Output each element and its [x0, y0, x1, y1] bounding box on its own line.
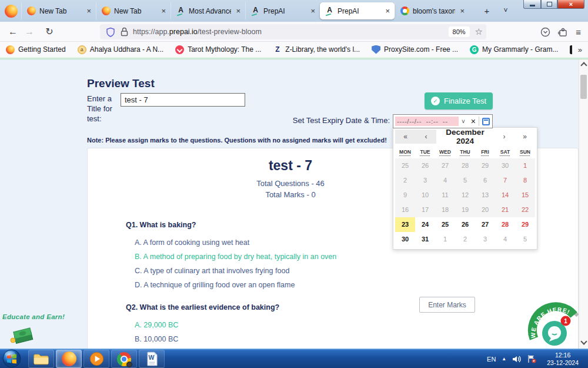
- calendar-day[interactable]: 22: [515, 203, 535, 217]
- test-title-input[interactable]: [121, 93, 245, 107]
- calendar-day[interactable]: 2: [395, 173, 415, 188]
- back-icon[interactable]: ←: [5, 26, 21, 37]
- calendar-day[interactable]: 25: [395, 158, 415, 173]
- calendar-day[interactable]: 20: [475, 203, 495, 217]
- calendar-day[interactable]: 15: [515, 188, 535, 203]
- calendar-day[interactable]: 27: [435, 158, 455, 173]
- enter-marks-button[interactable]: Enter Marks: [419, 297, 475, 313]
- calendar-day[interactable]: 29: [475, 158, 495, 173]
- expiry-date-input[interactable]: ----/--/-- --:-- -- ˅ ×: [393, 114, 493, 128]
- calendar-day[interactable]: 7: [495, 173, 515, 188]
- open-calendar-button[interactable]: [479, 115, 492, 128]
- question-option[interactable]: B. A method of preparing food by dry hea…: [126, 250, 507, 264]
- language-indicator[interactable]: EN: [487, 356, 496, 363]
- bookmark-item[interactable]: Tarot Mythology: The ...: [175, 45, 261, 54]
- url-bar[interactable]: https://app.prepai.io/test-preview-bloom…: [100, 24, 486, 39]
- calendar-day[interactable]: 4: [495, 232, 515, 247]
- tab-list-dropdown-icon[interactable]: ˅: [499, 2, 513, 19]
- calendar-day[interactable]: 8: [515, 173, 535, 188]
- bookmark-item[interactable]: aAhalya Uddhara - A N...: [78, 45, 163, 54]
- calendar-day[interactable]: 26: [415, 158, 435, 173]
- page-scrollbar[interactable]: [579, 59, 588, 349]
- calendar-day[interactable]: 4: [435, 173, 455, 188]
- question-option[interactable]: C. 5,000 BC: [126, 346, 507, 349]
- taskbar-media-player-button[interactable]: [83, 350, 109, 368]
- calendar-day[interactable]: 31: [415, 232, 435, 247]
- date-placeholder[interactable]: ----/--/-- --:-- --: [395, 117, 459, 126]
- tab-close-icon[interactable]: ×: [85, 6, 92, 15]
- minimize-button[interactable]: [523, 0, 541, 9]
- extensions-puzzle-icon[interactable]: [558, 27, 568, 37]
- browser-tab[interactable]: New Tab×: [96, 2, 171, 19]
- calendar-day[interactable]: 3: [475, 232, 495, 247]
- calendar-day[interactable]: 12: [455, 188, 475, 203]
- calendar-day[interactable]: 26: [455, 217, 475, 232]
- tab-close-icon[interactable]: ×: [160, 6, 167, 15]
- firefox-logo-icon[interactable]: [5, 5, 18, 18]
- chat-widget[interactable]: WE ARE HERE! 1: [527, 300, 582, 349]
- zoom-level-indicator[interactable]: 80%: [449, 26, 470, 37]
- bookmark-item[interactable]: ZZ-Library, the world's l...: [273, 45, 360, 54]
- calendar-day[interactable]: 5: [515, 232, 535, 247]
- calendar-day[interactable]: 14: [495, 188, 515, 203]
- reload-icon[interactable]: ↻: [41, 26, 58, 37]
- volume-icon[interactable]: [512, 355, 522, 363]
- calendar-day[interactable]: 2: [455, 232, 475, 247]
- question-option[interactable]: A. 29,000 BC: [126, 318, 507, 332]
- lock-icon[interactable]: [121, 27, 128, 37]
- taskbar-explorer-button[interactable]: [28, 350, 54, 368]
- scrollbar-thumb[interactable]: [580, 75, 587, 99]
- taskbar-firefox-button[interactable]: [56, 350, 82, 368]
- browser-tab[interactable]: New Tab×: [21, 2, 96, 19]
- tab-close-icon[interactable]: ×: [235, 6, 242, 15]
- calendar-day[interactable]: 1: [435, 232, 455, 247]
- question-option[interactable]: C. A type of culinary art that involves …: [126, 264, 507, 278]
- browser-tab[interactable]: APrepAI×: [320, 2, 395, 19]
- question-option[interactable]: B. 10,000 BC: [126, 332, 507, 346]
- calendar-day[interactable]: 13: [475, 188, 495, 203]
- bookmark-item[interactable]: GMy Grammarly - Gram...: [470, 45, 558, 54]
- date-dropdown-chevron-icon[interactable]: ˅: [459, 118, 468, 125]
- finalize-test-button[interactable]: ✓ Finalize Test: [425, 92, 493, 110]
- date-clear-icon[interactable]: ×: [468, 117, 479, 126]
- calendar-day[interactable]: 28: [495, 217, 515, 232]
- calendar-day[interactable]: 9: [395, 188, 415, 203]
- calendar-day[interactable]: 3: [415, 173, 435, 188]
- browser-tab[interactable]: AMost Advanced T×: [171, 2, 245, 19]
- question-option[interactable]: D. A technique of grilling food over an …: [126, 278, 507, 292]
- calendar-day[interactable]: 10: [415, 188, 435, 203]
- calendar-day[interactable]: 19: [455, 203, 475, 217]
- tab-close-icon[interactable]: ×: [384, 6, 391, 15]
- calendar-month-title[interactable]: December 2024: [436, 128, 494, 145]
- tray-expand-icon[interactable]: ▲: [502, 356, 506, 362]
- bookmark-item[interactable]: Getting Started: [6, 45, 66, 54]
- taskbar-chrome-button[interactable]: [111, 350, 137, 368]
- tracking-shield-icon[interactable]: [106, 27, 115, 37]
- calendar-next-month-button[interactable]: ›: [494, 130, 514, 144]
- scroll-down-icon[interactable]: [580, 338, 587, 344]
- calendar-day[interactable]: 5: [455, 173, 475, 188]
- calendar-day[interactable]: 21: [495, 203, 515, 217]
- calendar-day[interactable]: 29: [515, 217, 535, 232]
- calendar-day[interactable]: 23: [395, 217, 415, 232]
- taskbar-clock[interactable]: 12:16 23-12-2024: [542, 352, 583, 367]
- forward-icon[interactable]: →: [21, 26, 38, 37]
- browser-tab[interactable]: bloom's taxonom×: [395, 2, 469, 19]
- bookmark-star-icon[interactable]: ☆: [475, 26, 483, 37]
- calendar-day[interactable]: 30: [395, 232, 415, 247]
- calendar-day[interactable]: 17: [415, 203, 435, 217]
- scroll-up-icon[interactable]: [580, 62, 587, 68]
- tab-close-icon[interactable]: ×: [459, 6, 466, 15]
- maximize-button[interactable]: [541, 0, 557, 9]
- browser-tab[interactable]: APrepAI×: [245, 2, 320, 19]
- calendar-day[interactable]: 24: [415, 217, 435, 232]
- calendar-day[interactable]: 16: [395, 203, 415, 217]
- menu-hamburger-icon[interactable]: ≡: [576, 27, 581, 37]
- calendar-next-year-button[interactable]: »: [514, 130, 535, 144]
- calendar-day[interactable]: 28: [455, 158, 475, 173]
- start-button[interactable]: [2, 349, 21, 368]
- calendar-day[interactable]: 25: [435, 217, 455, 232]
- calendar-day[interactable]: 1: [515, 158, 535, 173]
- calendar-day[interactable]: 30: [495, 158, 515, 173]
- url-text[interactable]: https://app.prepai.io/test-preview-bloom: [133, 28, 449, 36]
